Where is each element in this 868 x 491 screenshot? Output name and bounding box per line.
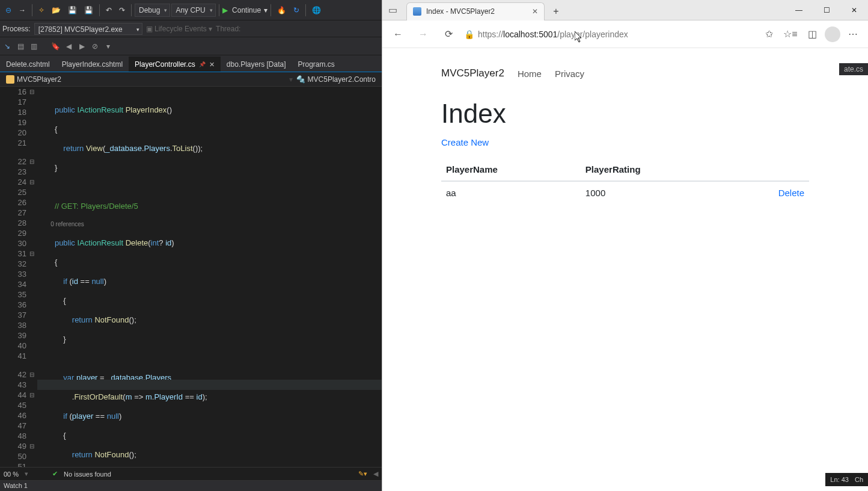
browser-link-icon[interactable]: 🌐 bbox=[309, 5, 324, 16]
vs-main-toolbar: ⊖ → ✧ 📂 💾 💾 ↶ ↷ Debug Any CPU ▶ Continue… bbox=[0, 0, 382, 20]
profile-avatar[interactable] bbox=[825, 26, 840, 42]
visual-studio-window: ⊖ → ✧ 📂 💾 💾 ↶ ↷ Debug Any CPU ▶ Continue… bbox=[0, 0, 382, 491]
continue-button[interactable]: ▶ Continue ▾ bbox=[222, 6, 268, 14]
vs-status-right: Ln: 43 Ch bbox=[825, 473, 868, 486]
lifecycle-events-dropdown[interactable]: ▣ Lifecycle Events ▾ bbox=[146, 25, 212, 33]
process-label: Process: bbox=[2, 25, 31, 33]
vs-text-editor-toolbar: ↘ ▤ ▥ 🔖 ◀ ▶ ⊘ ▾ bbox=[0, 37, 382, 55]
pin-icon[interactable]: 📌 bbox=[199, 61, 206, 67]
nav-home-link[interactable]: Home bbox=[518, 69, 542, 79]
next-bookmark-icon[interactable]: ▶ bbox=[77, 42, 87, 51]
favorite-icon[interactable]: ✩ bbox=[760, 25, 778, 43]
process-dropdown[interactable]: [27852] MVC5Player2.exe bbox=[34, 23, 142, 35]
toggle-outlining-icon[interactable]: ↘ bbox=[2, 42, 12, 51]
continue-label: Continue bbox=[232, 6, 261, 14]
issues-indicator-icon[interactable]: ✔ bbox=[52, 470, 58, 478]
col-indicator: Ch bbox=[855, 476, 863, 483]
restart-icon[interactable]: ↻ bbox=[290, 5, 302, 16]
tab-title: Index - MVC5Player2 bbox=[426, 7, 495, 16]
browser-titlebar: ▭ Index - MVC5Player2 ✕ + — ☐ ✕ bbox=[382, 0, 868, 20]
bookmark-icon[interactable]: 🔖 bbox=[50, 42, 60, 51]
class-context-dropdown[interactable]: 🔩MVC5Player2.Contro bbox=[293, 75, 379, 84]
uncomment-icon[interactable]: ▥ bbox=[29, 42, 38, 51]
tab-program-cs[interactable]: Program.cs bbox=[292, 57, 341, 72]
tab-playerindex-cshtml[interactable]: PlayerIndex.cshtml bbox=[56, 57, 129, 72]
save-all-icon[interactable]: 💾 bbox=[81, 5, 96, 16]
th-player-name: PlayerName bbox=[441, 158, 581, 181]
clear-bookmarks-icon[interactable]: ⊘ bbox=[90, 42, 100, 51]
brand-link[interactable]: MVC5Player2 bbox=[441, 67, 504, 79]
clipboard-ring-icon[interactable]: ✎▾ bbox=[358, 470, 367, 478]
nav-fwd-icon[interactable]: → bbox=[16, 5, 29, 16]
thread-label: Thread: bbox=[216, 25, 240, 33]
window-maximize-icon[interactable]: ☐ bbox=[813, 0, 840, 20]
browser-address-bar: ← → ⟳ 🔒 https://localhost:5001/player/pl… bbox=[382, 20, 868, 48]
reload-icon[interactable]: ⟳ bbox=[439, 25, 458, 44]
browser-tab[interactable]: Index - MVC5Player2 ✕ bbox=[406, 2, 545, 20]
window-minimize-icon[interactable]: — bbox=[785, 0, 813, 20]
favorites-bar-icon[interactable]: ☆≡ bbox=[781, 25, 799, 43]
hidden-tab-right[interactable]: ate.cs bbox=[839, 63, 868, 75]
page-content: MVC5Player2 Home Privacy Index Create Ne… bbox=[382, 48, 868, 491]
collections-icon[interactable]: ◫ bbox=[803, 25, 821, 43]
vs-status-bar: 00 %▾ ✔ No issues found ✎▾ ◀ bbox=[0, 467, 382, 480]
vs-debug-toolbar: Process: [27852] MVC5Player2.exe ▣ Lifec… bbox=[0, 20, 382, 37]
cell-rating: 1000 bbox=[581, 181, 728, 204]
line-indicator: Ln: 43 bbox=[830, 476, 849, 483]
close-tab-icon[interactable]: ✕ bbox=[532, 7, 538, 16]
solution-config-dropdown[interactable]: Debug bbox=[135, 4, 170, 17]
create-new-link[interactable]: Create New bbox=[441, 137, 489, 147]
row-delete-link[interactable]: Delete bbox=[778, 188, 804, 198]
zoom-level[interactable]: 00 % bbox=[4, 471, 19, 478]
editor-tabs: Delete.cshtml PlayerIndex.cshtml PlayerC… bbox=[0, 55, 382, 72]
redo-icon[interactable]: ↷ bbox=[116, 5, 128, 16]
undo-icon[interactable]: ↶ bbox=[103, 5, 115, 16]
players-table: PlayerName PlayerRating aa 1000 Delete bbox=[441, 158, 809, 204]
new-tab-button[interactable]: + bbox=[547, 2, 565, 20]
save-icon[interactable]: 💾 bbox=[65, 5, 80, 16]
settings-menu-icon[interactable]: ⋯ bbox=[844, 25, 862, 43]
nav-privacy-link[interactable]: Privacy bbox=[555, 69, 584, 79]
site-nav: MVC5Player2 Home Privacy bbox=[441, 59, 809, 88]
browser-window: ▭ Index - MVC5Player2 ✕ + — ☐ ✕ ← → ⟳ 🔒 … bbox=[382, 0, 868, 491]
tab-actions-icon[interactable]: ▭ bbox=[382, 0, 403, 20]
cell-name: aa bbox=[441, 181, 581, 204]
tab-delete-cshtml[interactable]: Delete.cshtml bbox=[0, 57, 56, 72]
tab-dbo-players-data[interactable]: dbo.Players [Data] bbox=[221, 57, 292, 72]
tab-playercontroller-cs[interactable]: PlayerController.cs📌✕ bbox=[129, 57, 221, 72]
nav-back-icon[interactable]: ⊖ bbox=[2, 5, 14, 16]
th-player-rating: PlayerRating bbox=[581, 158, 728, 181]
project-context-dropdown[interactable]: MVC5Player2 bbox=[2, 75, 65, 84]
code-editor[interactable]: 161718192021 222324252627282930313233343… bbox=[0, 87, 382, 467]
editor-navigation-bar: MVC5Player2 ▾ 🔩MVC5Player2.Contro bbox=[0, 72, 382, 87]
hot-reload-icon[interactable]: 🔥 bbox=[274, 5, 289, 16]
favicon-icon bbox=[413, 7, 421, 16]
page-title: Index bbox=[441, 99, 809, 129]
prev-bookmark-icon[interactable]: ◀ bbox=[64, 42, 73, 51]
issues-text: No issues found bbox=[64, 471, 111, 478]
nav-forward-icon[interactable]: → bbox=[414, 25, 433, 44]
nav-back-icon[interactable]: ← bbox=[388, 25, 408, 44]
address-bar-input[interactable]: 🔒 https://localhost:5001/player/playerin… bbox=[464, 29, 754, 39]
watch-window-title[interactable]: Watch 1 bbox=[0, 480, 382, 491]
overflow-icon[interactable]: ▾ bbox=[103, 42, 113, 51]
open-icon[interactable]: 📂 bbox=[49, 5, 64, 16]
close-icon[interactable]: ✕ bbox=[209, 61, 215, 69]
lock-icon: 🔒 bbox=[464, 29, 474, 39]
code-body[interactable]: public IActionResult PlayerIndex() { ret… bbox=[37, 87, 382, 467]
table-row: aa 1000 Delete bbox=[441, 181, 809, 204]
solution-platform-dropdown[interactable]: Any CPU bbox=[171, 4, 215, 17]
window-close-icon[interactable]: ✕ bbox=[840, 0, 868, 20]
line-number-gutter: 161718192021 222324252627282930313233343… bbox=[0, 87, 37, 467]
new-project-icon[interactable]: ✧ bbox=[35, 5, 47, 16]
comment-icon[interactable]: ▤ bbox=[16, 42, 25, 51]
